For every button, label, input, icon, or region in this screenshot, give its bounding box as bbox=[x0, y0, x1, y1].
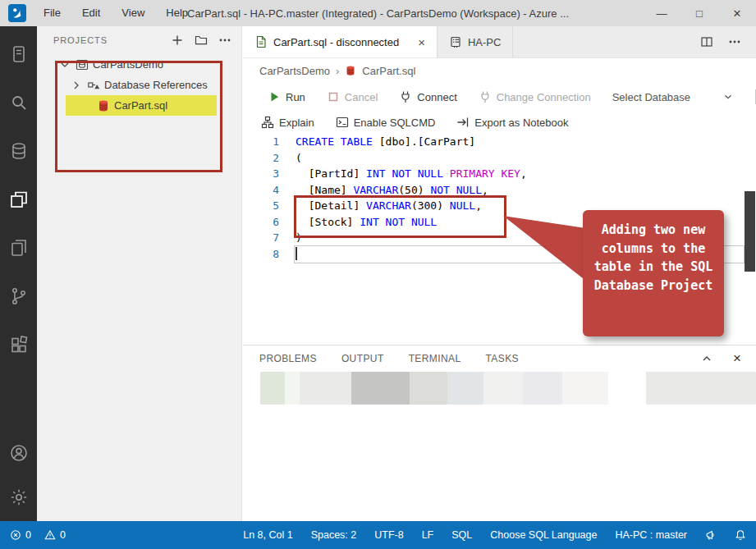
activity-item-search[interactable] bbox=[0, 78, 37, 126]
bell-icon bbox=[735, 529, 746, 541]
toolbar-export-as-notebook-button[interactable]: Export as Notebook bbox=[456, 116, 568, 129]
toolbar-change-connection-button[interactable]: Change Connection bbox=[479, 90, 591, 103]
error-icon bbox=[10, 529, 21, 541]
status-indentation[interactable]: Spaces: 2 bbox=[311, 529, 357, 541]
tree-item-carpartsdemo[interactable]: CarPartsDemo bbox=[37, 54, 241, 75]
editor-tab-bar: CarPart.sql - disconnected×HA-PC bbox=[243, 26, 756, 58]
breadcrumb-item-carpart-sql[interactable]: CarPart.sql bbox=[362, 65, 415, 77]
megaphone-icon bbox=[705, 529, 717, 541]
plus-icon[interactable] bbox=[171, 34, 184, 47]
annotation-callout: Adding two new columns to the table in t… bbox=[583, 210, 724, 336]
chevron-right-icon[interactable] bbox=[70, 79, 83, 92]
code-line: 4 [Name] VARCHAR(50) NOT NULL, bbox=[243, 182, 756, 199]
app-window: FileEditViewHelp CarPart.sql - HA-PC.mas… bbox=[0, 0, 756, 549]
redacted-block bbox=[646, 372, 756, 405]
status-feedback[interactable] bbox=[705, 529, 717, 541]
panel-tab-problems[interactable]: PROBLEMS bbox=[259, 353, 317, 364]
toolbar-run-button[interactable]: Run bbox=[268, 90, 305, 103]
play-icon bbox=[268, 90, 281, 103]
line-number: 6 bbox=[243, 214, 296, 231]
sqlcmd-icon bbox=[336, 116, 349, 129]
reference-icon bbox=[87, 79, 100, 92]
sidebar-header: PROJECTS bbox=[37, 26, 241, 54]
status-errors[interactable]: 0 bbox=[10, 529, 31, 541]
gear-icon bbox=[9, 487, 29, 507]
explain-icon bbox=[261, 116, 274, 129]
window-close-button[interactable]: ✕ bbox=[718, 0, 756, 26]
panel-tab-tasks[interactable]: TASKS bbox=[486, 353, 519, 364]
activity-item-account[interactable] bbox=[0, 431, 37, 475]
activity-bar bbox=[0, 26, 37, 521]
activity-item-settings[interactable] bbox=[0, 475, 37, 519]
extensions-icon bbox=[9, 335, 29, 355]
query-toolbar-secondary: ExplainEnable SQLCMDExport as Notebook bbox=[243, 111, 756, 134]
status-encoding[interactable]: UTF-8 bbox=[374, 529, 403, 541]
menu-help[interactable]: Help bbox=[158, 0, 195, 26]
folder-icon[interactable] bbox=[195, 34, 208, 47]
menu-bar: FileEditViewHelp bbox=[36, 0, 195, 26]
app-logo-icon bbox=[8, 4, 26, 22]
editor-tab-carpart-sql-disconnected[interactable]: CarPart.sql - disconnected× bbox=[243, 26, 438, 57]
editor-tab-ha-pc[interactable]: HA-PC bbox=[438, 26, 513, 57]
activity-item-projects[interactable] bbox=[0, 175, 37, 223]
redacted-block bbox=[562, 372, 608, 405]
menu-file[interactable]: File bbox=[36, 0, 68, 26]
breadcrumb-item-carpartsdemo[interactable]: CarPartsDemo bbox=[259, 65, 330, 77]
tree-item-carpart-sql[interactable]: CarPart.sql bbox=[37, 95, 241, 116]
chevron-down-icon[interactable] bbox=[58, 58, 71, 71]
editor-scrollbar[interactable] bbox=[745, 191, 755, 272]
sql-tab-icon bbox=[254, 35, 268, 48]
line-number: 4 bbox=[243, 182, 296, 199]
window-maximize-button[interactable]: □ bbox=[680, 0, 718, 26]
activity-item-connections[interactable] bbox=[0, 30, 37, 78]
close-icon[interactable]: × bbox=[733, 350, 741, 367]
line-number: 1 bbox=[243, 134, 296, 150]
projects-sidebar: PROJECTS CarPartsDemoDatabase References… bbox=[37, 26, 242, 521]
toolbar-explain-button[interactable]: Explain bbox=[261, 116, 314, 129]
toolbar-enable-sqlcmd-button[interactable]: Enable SQLCMD bbox=[336, 116, 436, 129]
status-choose-sql-language[interactable]: Choose SQL Language bbox=[490, 529, 597, 541]
status-warnings[interactable]: 0 bbox=[44, 529, 66, 541]
close-icon[interactable]: × bbox=[418, 35, 425, 49]
window-minimize-button[interactable]: — bbox=[643, 0, 680, 26]
line-number: 2 bbox=[243, 150, 296, 167]
status-cursor-position[interactable]: Ln 8, Col 1 bbox=[243, 529, 292, 541]
ellipsis-icon[interactable] bbox=[218, 34, 231, 47]
status-language[interactable]: SQL bbox=[451, 529, 472, 541]
line-number: 3 bbox=[243, 166, 296, 182]
tree-item-database-references[interactable]: Database References bbox=[37, 75, 241, 95]
panel-content-redacted bbox=[243, 372, 756, 521]
activity-item-notebooks[interactable] bbox=[0, 223, 37, 272]
stop-icon bbox=[327, 90, 340, 103]
toolbar-cancel-button[interactable]: Cancel bbox=[327, 90, 378, 103]
code-line: 3 [PartId] INT NOT NULL PRIMARY KEY, bbox=[243, 166, 756, 182]
activity-item-source-control[interactable] bbox=[0, 272, 37, 320]
status-connection[interactable]: HA-PC : master bbox=[615, 529, 687, 541]
ellipsis-icon[interactable] bbox=[728, 35, 741, 48]
status-bar: 00 Ln 8, Col 1Spaces: 2UTF-8LFSQLChoose … bbox=[0, 521, 756, 549]
activity-item-extensions[interactable] bbox=[0, 320, 37, 368]
sql-file-icon bbox=[97, 99, 110, 112]
code-editor[interactable]: 1CREATE TABLE [dbo].[CarPart]2(3 [PartId… bbox=[243, 134, 756, 345]
database-icon bbox=[9, 141, 29, 161]
toolbar-connect-button[interactable]: Connect bbox=[399, 90, 456, 103]
activity-item-task-history[interactable] bbox=[0, 126, 37, 175]
status-notifications[interactable] bbox=[735, 529, 746, 541]
panel-tab-terminal[interactable]: TERMINAL bbox=[409, 353, 461, 364]
chevron-up-icon[interactable] bbox=[700, 352, 713, 365]
export-icon bbox=[456, 116, 470, 129]
breadcrumb: CarPartsDemo›CarPart.sql bbox=[243, 58, 756, 83]
redacted-block bbox=[447, 372, 483, 405]
panel-tab-bar: PROBLEMSOUTPUTTERMINALTASKS bbox=[243, 345, 756, 372]
menu-edit[interactable]: Edit bbox=[75, 0, 108, 26]
menu-view[interactable]: View bbox=[114, 0, 152, 26]
toolbar-select-database-button[interactable]: Select Database bbox=[612, 91, 734, 103]
panel-tab-output[interactable]: OUTPUT bbox=[341, 353, 384, 364]
account-icon bbox=[9, 443, 29, 463]
line-number: 8 bbox=[243, 246, 296, 263]
title-bar: FileEditViewHelp CarPart.sql - HA-PC.mas… bbox=[0, 0, 756, 26]
split-editor-icon[interactable] bbox=[700, 35, 713, 48]
projects-icon bbox=[9, 190, 29, 209]
status-eol[interactable]: LF bbox=[422, 529, 434, 541]
db-project-icon bbox=[76, 58, 89, 71]
